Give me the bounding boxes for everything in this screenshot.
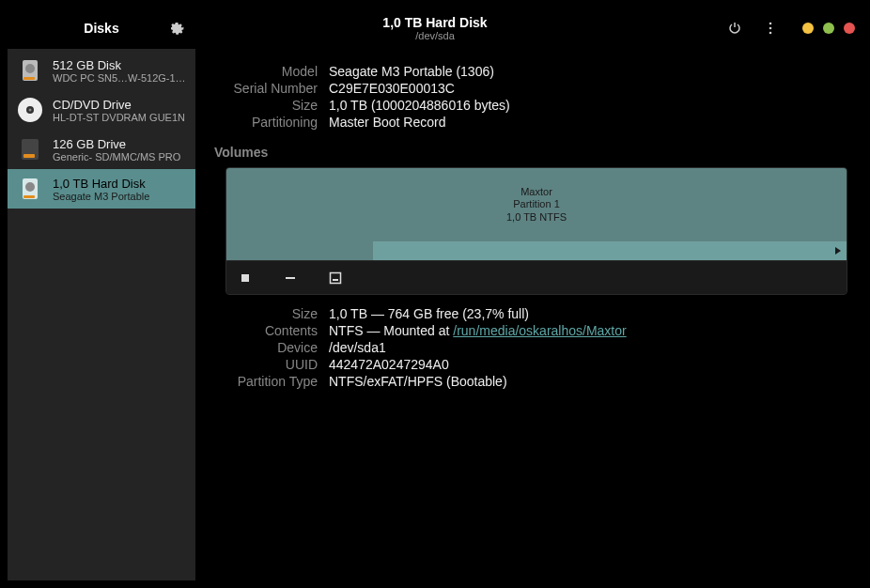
main-pane: Model Seagate M3 Portable (1306) Serial … xyxy=(195,49,862,580)
sidebar-item-sub: Generic- SD/MMC/MS PRO xyxy=(53,151,180,162)
label-serial: Serial Number xyxy=(214,81,318,96)
kebab-icon xyxy=(763,21,778,36)
unmount-button[interactable] xyxy=(234,267,256,289)
svg-rect-14 xyxy=(241,274,249,282)
window-maximize-button[interactable] xyxy=(823,23,834,34)
value-size: 1,0 TB (1000204886016 bytes) xyxy=(329,98,847,113)
sidebar-item-3[interactable]: 1,0 TB Hard DiskSeagate M3 Portable xyxy=(8,169,195,209)
svg-rect-13 xyxy=(23,195,35,198)
value-uuid: 442472A0247294A0 xyxy=(329,357,847,372)
usage-bar[interactable] xyxy=(226,241,847,260)
sidebar-item-2[interactable]: 126 GB DriveGeneric- SD/MMC/MS PRO xyxy=(8,130,195,169)
label-ptype: Partition Type xyxy=(214,374,318,389)
sidebar-item-title: 512 GB Disk xyxy=(53,58,188,72)
partition-line2: Partition 1 xyxy=(513,198,560,210)
label-partitioning: Partitioning xyxy=(214,115,318,130)
minus-icon xyxy=(284,271,297,285)
svg-point-0 xyxy=(769,23,772,25)
sidebar-item-sub: HL-DT-ST DVDRAM GUE1N xyxy=(53,112,185,123)
value-device: /dev/sda1 xyxy=(329,340,847,355)
drive-icon xyxy=(15,95,45,125)
page-subtitle: /dev/sda xyxy=(195,30,675,41)
mount-play-icon xyxy=(833,246,843,255)
label-model: Model xyxy=(214,64,318,79)
mount-path-link[interactable]: /run/media/oskaralhos/Maxtor xyxy=(453,323,626,338)
sidebar-item-sub: WDC PC SN5…W-512G-1014 xyxy=(53,72,188,84)
svg-point-1 xyxy=(769,27,772,30)
sidebar-item-0[interactable]: 512 GB DiskWDC PC SN5…W-512G-1014 xyxy=(8,51,195,90)
sidebar-item-title: 1,0 TB Hard Disk xyxy=(53,177,149,191)
app-title: Disks xyxy=(84,21,118,36)
app-menu-button[interactable] xyxy=(165,17,188,39)
window-minimize-button[interactable] xyxy=(802,23,814,34)
svg-rect-5 xyxy=(23,77,35,80)
value-serial: C29E7E030E00013C xyxy=(329,81,847,96)
partition-name: Maxtor xyxy=(520,186,552,198)
svg-rect-10 xyxy=(23,154,35,158)
svg-point-2 xyxy=(769,32,772,35)
power-button[interactable] xyxy=(723,17,746,39)
drive-menu-button[interactable] xyxy=(759,17,782,39)
svg-point-8 xyxy=(29,109,32,112)
label-size: Size xyxy=(214,98,318,113)
value-partitioning: Master Boot Record xyxy=(329,115,847,130)
svg-point-12 xyxy=(25,182,35,192)
sidebar-item-sub: Seagate M3 Portable xyxy=(53,191,149,202)
label-psize: Size xyxy=(214,306,318,321)
svg-rect-17 xyxy=(333,279,338,281)
stop-icon xyxy=(240,272,251,284)
drive-icon xyxy=(15,55,45,85)
cog-square-icon xyxy=(329,271,342,285)
header-bar: Disks 1,0 TB Hard Disk /dev/sda xyxy=(8,8,862,49)
partition-line3: 1,0 TB NTFS xyxy=(506,211,567,224)
window-close-button[interactable] xyxy=(844,23,855,34)
value-contents: NTFS — Mounted at /run/media/oskaralhos/… xyxy=(329,323,847,338)
label-contents: Contents xyxy=(214,323,318,338)
delete-partition-button[interactable] xyxy=(279,267,302,289)
partition-options-button[interactable] xyxy=(324,267,347,289)
device-sidebar: 512 GB DiskWDC PC SN5…W-512G-1014CD/DVD … xyxy=(8,49,195,580)
volumes-panel: Maxtor Partition 1 1,0 TB NTFS xyxy=(225,167,847,295)
svg-point-4 xyxy=(25,64,35,73)
volumes-heading: Volumes xyxy=(214,145,847,160)
value-psize: 1,0 TB — 764 GB free (23,7% full) xyxy=(329,306,847,321)
power-icon xyxy=(727,21,742,36)
sidebar-item-1[interactable]: CD/DVD DriveHL-DT-ST DVDRAM GUE1N xyxy=(8,90,195,130)
svg-rect-16 xyxy=(331,272,341,283)
page-title: 1,0 TB Hard Disk xyxy=(195,15,675,30)
sidebar-item-title: CD/DVD Drive xyxy=(53,98,185,112)
svg-rect-15 xyxy=(286,277,295,279)
gear-icon xyxy=(169,21,184,36)
drive-icon xyxy=(15,134,45,164)
contents-prefix: NTFS — Mounted at xyxy=(329,323,453,338)
partition-block[interactable]: Maxtor Partition 1 1,0 TB NTFS xyxy=(226,168,847,241)
value-ptype: NTFS/exFAT/HPFS (Bootable) xyxy=(329,374,847,389)
label-device: Device xyxy=(214,340,318,355)
usage-fill xyxy=(226,241,373,260)
value-model: Seagate M3 Portable (1306) xyxy=(329,64,847,79)
label-uuid: UUID xyxy=(214,357,318,372)
volume-toolbar xyxy=(226,260,847,294)
sidebar-item-title: 126 GB Drive xyxy=(53,137,180,151)
drive-icon xyxy=(15,174,45,204)
